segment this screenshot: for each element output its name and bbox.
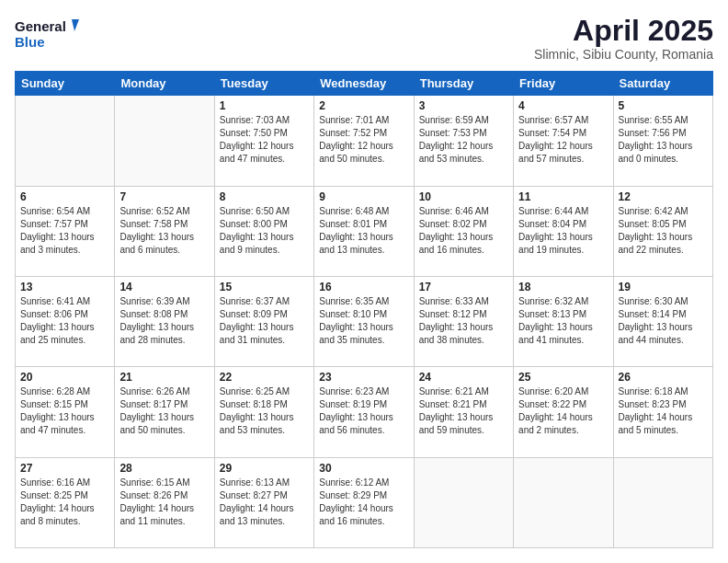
- day-number: 19: [619, 281, 708, 293]
- day-info: Sunrise: 6:20 AM Sunset: 8:22 PM Dayligh…: [518, 385, 608, 437]
- logo: General Blue: [15, 15, 79, 52]
- week-row-2: 13Sunrise: 6:41 AM Sunset: 8:06 PM Dayli…: [16, 276, 713, 366]
- location: Slimnic, Sibiu County, Romania: [534, 47, 713, 62]
- svg-text:General: General: [15, 18, 66, 34]
- week-row-3: 20Sunrise: 6:28 AM Sunset: 8:15 PM Dayli…: [16, 367, 713, 457]
- table-cell: 2Sunrise: 7:01 AM Sunset: 7:52 PM Daylig…: [314, 96, 414, 186]
- day-number: 8: [220, 190, 309, 203]
- table-cell: 28Sunrise: 6:15 AM Sunset: 8:26 PM Dayli…: [115, 457, 214, 547]
- calendar-header-row: Sunday Monday Tuesday Wednesday Thursday…: [16, 72, 713, 96]
- day-info: Sunrise: 6:23 AM Sunset: 8:19 PM Dayligh…: [319, 385, 408, 437]
- day-number: 25: [518, 371, 608, 384]
- col-saturday: Saturday: [613, 72, 712, 96]
- table-cell: 19Sunrise: 6:30 AM Sunset: 8:14 PM Dayli…: [613, 276, 712, 366]
- col-monday: Monday: [115, 72, 214, 96]
- day-info: Sunrise: 6:46 AM Sunset: 8:02 PM Dayligh…: [419, 205, 508, 257]
- header: General Blue April 2025 Slimnic, Sibiu C…: [15, 15, 713, 62]
- week-row-4: 27Sunrise: 6:16 AM Sunset: 8:25 PM Dayli…: [16, 457, 713, 547]
- week-row-0: 1Sunrise: 7:03 AM Sunset: 7:50 PM Daylig…: [16, 96, 713, 186]
- page: General Blue April 2025 Slimnic, Sibiu C…: [0, 0, 728, 563]
- table-cell: 15Sunrise: 6:37 AM Sunset: 8:09 PM Dayli…: [214, 276, 313, 366]
- table-cell: 14Sunrise: 6:39 AM Sunset: 8:08 PM Dayli…: [115, 276, 214, 366]
- table-cell: 25Sunrise: 6:20 AM Sunset: 8:22 PM Dayli…: [514, 367, 613, 457]
- day-number: 24: [419, 371, 508, 384]
- table-cell: 10Sunrise: 6:46 AM Sunset: 8:02 PM Dayli…: [414, 186, 513, 276]
- title-block: April 2025 Slimnic, Sibiu County, Romani…: [534, 15, 713, 62]
- table-cell: 27Sunrise: 6:16 AM Sunset: 8:25 PM Dayli…: [16, 457, 115, 547]
- table-cell: 7Sunrise: 6:52 AM Sunset: 7:58 PM Daylig…: [115, 186, 214, 276]
- table-cell: 13Sunrise: 6:41 AM Sunset: 8:06 PM Dayli…: [16, 276, 115, 366]
- calendar-table: Sunday Monday Tuesday Wednesday Thursday…: [15, 71, 713, 548]
- table-cell: 5Sunrise: 6:55 AM Sunset: 7:56 PM Daylig…: [613, 96, 712, 186]
- col-thursday: Thursday: [414, 72, 513, 96]
- day-info: Sunrise: 6:37 AM Sunset: 8:09 PM Dayligh…: [220, 295, 309, 347]
- day-info: Sunrise: 6:28 AM Sunset: 8:15 PM Dayligh…: [20, 385, 109, 437]
- day-info: Sunrise: 6:25 AM Sunset: 8:18 PM Dayligh…: [220, 385, 309, 437]
- day-info: Sunrise: 6:12 AM Sunset: 8:29 PM Dayligh…: [319, 477, 408, 528]
- table-cell: 17Sunrise: 6:33 AM Sunset: 8:12 PM Dayli…: [414, 276, 513, 366]
- day-info: Sunrise: 6:35 AM Sunset: 8:10 PM Dayligh…: [319, 295, 408, 347]
- day-number: 5: [619, 99, 708, 112]
- day-info: Sunrise: 6:15 AM Sunset: 8:26 PM Dayligh…: [119, 477, 209, 528]
- day-info: Sunrise: 6:50 AM Sunset: 8:00 PM Dayligh…: [220, 205, 309, 257]
- day-info: Sunrise: 6:33 AM Sunset: 8:12 PM Dayligh…: [419, 295, 508, 347]
- col-friday: Friday: [514, 72, 613, 96]
- table-cell: 21Sunrise: 6:26 AM Sunset: 8:17 PM Dayli…: [115, 367, 214, 457]
- day-number: 29: [220, 462, 309, 475]
- day-number: 15: [220, 281, 309, 293]
- day-number: 10: [419, 190, 508, 203]
- table-cell: 20Sunrise: 6:28 AM Sunset: 8:15 PM Dayli…: [16, 367, 115, 457]
- day-number: 22: [220, 371, 309, 384]
- day-info: Sunrise: 6:13 AM Sunset: 8:27 PM Dayligh…: [220, 477, 309, 528]
- day-info: Sunrise: 6:44 AM Sunset: 8:04 PM Dayligh…: [518, 205, 608, 257]
- day-info: Sunrise: 6:26 AM Sunset: 8:17 PM Dayligh…: [119, 385, 209, 437]
- svg-text:Blue: Blue: [15, 34, 45, 50]
- day-number: 6: [20, 190, 109, 203]
- day-number: 7: [119, 190, 209, 203]
- day-number: 30: [319, 462, 408, 475]
- day-info: Sunrise: 6:42 AM Sunset: 8:05 PM Dayligh…: [619, 205, 708, 257]
- table-cell: 3Sunrise: 6:59 AM Sunset: 7:53 PM Daylig…: [414, 96, 513, 186]
- day-number: 11: [518, 190, 608, 203]
- day-number: 4: [518, 99, 608, 112]
- day-info: Sunrise: 6:39 AM Sunset: 8:08 PM Dayligh…: [119, 295, 209, 347]
- table-cell: 26Sunrise: 6:18 AM Sunset: 8:23 PM Dayli…: [613, 367, 712, 457]
- table-cell: 11Sunrise: 6:44 AM Sunset: 8:04 PM Dayli…: [514, 186, 613, 276]
- table-cell: 18Sunrise: 6:32 AM Sunset: 8:13 PM Dayli…: [514, 276, 613, 366]
- table-cell: 8Sunrise: 6:50 AM Sunset: 8:00 PM Daylig…: [214, 186, 313, 276]
- day-number: 27: [20, 462, 109, 475]
- table-cell: 12Sunrise: 6:42 AM Sunset: 8:05 PM Dayli…: [613, 186, 712, 276]
- day-info: Sunrise: 7:01 AM Sunset: 7:52 PM Dayligh…: [319, 114, 408, 166]
- table-cell: [613, 457, 712, 547]
- svg-marker-2: [72, 19, 79, 31]
- day-number: 1: [220, 99, 309, 112]
- day-number: 17: [419, 281, 508, 293]
- col-wednesday: Wednesday: [314, 72, 414, 96]
- day-number: 20: [20, 371, 109, 384]
- day-number: 12: [619, 190, 708, 203]
- day-number: 14: [119, 281, 209, 293]
- table-cell: [514, 457, 613, 547]
- day-info: Sunrise: 6:18 AM Sunset: 8:23 PM Dayligh…: [619, 385, 708, 437]
- day-info: Sunrise: 6:16 AM Sunset: 8:25 PM Dayligh…: [20, 477, 109, 528]
- day-info: Sunrise: 6:41 AM Sunset: 8:06 PM Dayligh…: [20, 295, 109, 347]
- table-cell: 9Sunrise: 6:48 AM Sunset: 8:01 PM Daylig…: [314, 186, 414, 276]
- table-cell: 4Sunrise: 6:57 AM Sunset: 7:54 PM Daylig…: [514, 96, 613, 186]
- day-number: 18: [518, 281, 608, 293]
- day-number: 21: [119, 371, 209, 384]
- day-number: 28: [119, 462, 209, 475]
- day-info: Sunrise: 6:32 AM Sunset: 8:13 PM Dayligh…: [518, 295, 608, 347]
- week-row-1: 6Sunrise: 6:54 AM Sunset: 7:57 PM Daylig…: [16, 186, 713, 276]
- day-number: 9: [319, 190, 408, 203]
- day-number: 13: [20, 281, 109, 293]
- table-cell: 24Sunrise: 6:21 AM Sunset: 8:21 PM Dayli…: [414, 367, 513, 457]
- day-info: Sunrise: 7:03 AM Sunset: 7:50 PM Dayligh…: [220, 114, 309, 166]
- day-number: 16: [319, 281, 408, 293]
- table-cell: 6Sunrise: 6:54 AM Sunset: 7:57 PM Daylig…: [16, 186, 115, 276]
- table-cell: 30Sunrise: 6:12 AM Sunset: 8:29 PM Dayli…: [314, 457, 414, 547]
- day-info: Sunrise: 6:48 AM Sunset: 8:01 PM Dayligh…: [319, 205, 408, 257]
- table-cell: [115, 96, 214, 186]
- table-cell: [414, 457, 513, 547]
- table-cell: 1Sunrise: 7:03 AM Sunset: 7:50 PM Daylig…: [214, 96, 313, 186]
- table-cell: 29Sunrise: 6:13 AM Sunset: 8:27 PM Dayli…: [214, 457, 313, 547]
